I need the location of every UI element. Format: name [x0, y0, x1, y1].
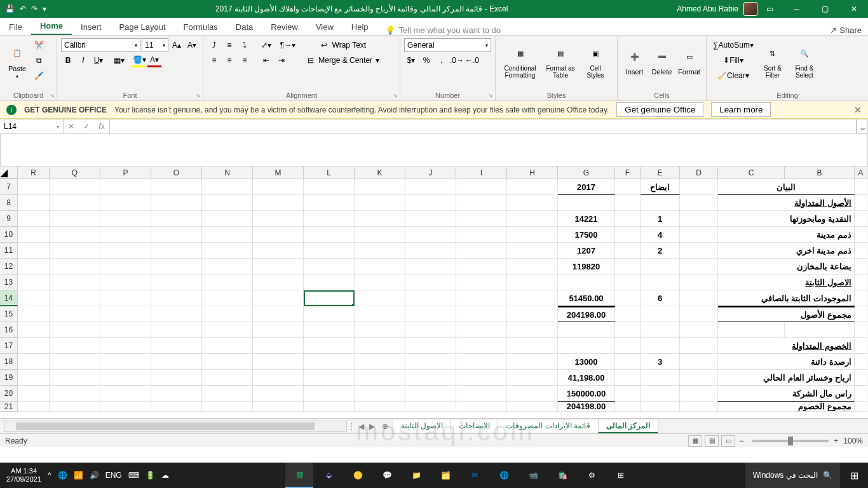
cell[interactable]: [507, 338, 558, 354]
cell[interactable]: [151, 195, 202, 211]
speaker-icon[interactable]: 🔊: [90, 471, 99, 480]
cell[interactable]: [641, 338, 680, 354]
cell[interactable]: [202, 354, 253, 370]
cell[interactable]: [355, 259, 405, 274]
cell[interactable]: [253, 386, 304, 402]
cell[interactable]: [50, 386, 100, 402]
vs-taskbar-icon[interactable]: ⬙: [315, 463, 342, 488]
cell[interactable]: الخصوم المتداولة: [718, 338, 855, 354]
orientation-button[interactable]: ⤢▾: [259, 38, 273, 52]
cut-button[interactable]: ✂️: [32, 38, 46, 52]
cell[interactable]: [355, 322, 405, 338]
cell[interactable]: [855, 290, 867, 306]
cell[interactable]: [615, 243, 641, 259]
cancel-edit-icon[interactable]: ✕: [64, 122, 79, 131]
cell[interactable]: [50, 195, 100, 211]
wifi-icon[interactable]: 📶: [74, 471, 83, 480]
cell[interactable]: [100, 306, 151, 322]
merge-center-button[interactable]: ⊟ Merge & Center ▾: [304, 53, 383, 67]
cell[interactable]: 3: [641, 354, 680, 370]
cell[interactable]: [304, 338, 355, 354]
font-name-combo[interactable]: Calibri▾: [61, 38, 140, 52]
start-button[interactable]: ⊞: [840, 463, 868, 488]
col-header-E[interactable]: E: [641, 166, 680, 179]
cell[interactable]: [18, 290, 50, 306]
sheet-tab[interactable]: الايضاحات: [451, 419, 498, 433]
cell[interactable]: 2017: [558, 179, 615, 195]
cell[interactable]: [253, 354, 304, 370]
cell[interactable]: مجموع الأصول: [718, 306, 855, 322]
cell[interactable]: [100, 259, 151, 274]
cell[interactable]: [202, 195, 253, 211]
italic-button[interactable]: I: [76, 53, 90, 67]
cell[interactable]: [355, 274, 405, 290]
cell[interactable]: [355, 227, 405, 243]
cell[interactable]: ارصدة دائنة: [718, 354, 855, 370]
zoom-thumb[interactable]: [788, 437, 793, 445]
launcher-icon[interactable]: ↘: [488, 92, 493, 98]
cell[interactable]: [456, 386, 507, 402]
language-icon[interactable]: ENG: [105, 471, 122, 480]
cell[interactable]: ارباح وخسائر العام الحالي: [718, 370, 855, 386]
learn-more-button[interactable]: Learn more: [711, 102, 771, 117]
cell[interactable]: [202, 227, 253, 243]
cell[interactable]: [304, 386, 355, 402]
cell[interactable]: [405, 259, 456, 274]
cell[interactable]: 51450.00: [558, 290, 615, 306]
col-header-P[interactable]: P: [100, 166, 151, 179]
wrap-text-button[interactable]: ↩ Wrap Text: [304, 38, 383, 52]
launcher-icon[interactable]: ↘: [393, 92, 398, 98]
cell[interactable]: [855, 274, 867, 290]
grow-font-button[interactable]: A▴: [170, 38, 184, 52]
col-header-G[interactable]: G: [558, 166, 615, 179]
row-header[interactable]: 19: [0, 370, 18, 386]
col-header-O[interactable]: O: [151, 166, 202, 179]
cell[interactable]: [50, 179, 100, 195]
col-header-H[interactable]: H: [507, 166, 558, 179]
cell[interactable]: [615, 195, 641, 211]
cell[interactable]: [405, 370, 456, 386]
page-layout-view-button[interactable]: ▤: [705, 435, 719, 447]
indent-inc-button[interactable]: ⇥: [275, 53, 288, 67]
cell[interactable]: [615, 338, 641, 354]
cell[interactable]: [253, 179, 304, 195]
cell[interactable]: [202, 259, 253, 274]
cell[interactable]: [456, 338, 507, 354]
font-color-button[interactable]: A▾: [147, 53, 161, 67]
cell[interactable]: [100, 322, 151, 338]
cell[interactable]: الاصول الثابتة: [718, 274, 855, 290]
align-left-button[interactable]: ≡: [207, 53, 221, 67]
cell-styles-button[interactable]: ▣Cell Styles: [580, 38, 611, 84]
cell[interactable]: [304, 179, 355, 195]
cell[interactable]: [355, 306, 405, 322]
cell[interactable]: [202, 179, 253, 195]
cell[interactable]: [680, 402, 718, 412]
taskview-icon[interactable]: ⊞: [607, 463, 635, 488]
cell[interactable]: [680, 306, 718, 322]
cell[interactable]: [151, 370, 202, 386]
launcher-icon[interactable]: ↘: [196, 92, 201, 98]
insert-cells-button[interactable]: ➕Insert: [621, 38, 648, 84]
cell[interactable]: [253, 195, 304, 211]
cell[interactable]: [641, 402, 680, 412]
cell[interactable]: [100, 386, 151, 402]
cell[interactable]: [100, 274, 151, 290]
cell[interactable]: 4: [641, 227, 680, 243]
cell[interactable]: [615, 274, 641, 290]
chrome-taskbar-icon[interactable]: 🟡: [344, 463, 372, 488]
cell[interactable]: [855, 227, 867, 243]
cell[interactable]: [100, 370, 151, 386]
spreadsheet-grid[interactable]: ◢RQPONMLKJIHGFEDCBA 72017ايضاحالبيان8الأ…: [0, 166, 868, 418]
zoom-in-button[interactable]: +: [834, 437, 838, 445]
store-taskbar-icon[interactable]: 🛍️: [548, 463, 576, 488]
cell[interactable]: [18, 195, 50, 211]
cell[interactable]: الأصول المتداولة: [718, 195, 855, 211]
cell[interactable]: [304, 195, 355, 211]
cell[interactable]: [641, 259, 680, 274]
cell[interactable]: [100, 195, 151, 211]
cell[interactable]: [202, 386, 253, 402]
fx-icon[interactable]: fx: [94, 122, 109, 131]
undo-icon[interactable]: ↶: [20, 4, 26, 13]
cell[interactable]: [202, 370, 253, 386]
onedrive-icon[interactable]: ☁: [161, 471, 169, 480]
